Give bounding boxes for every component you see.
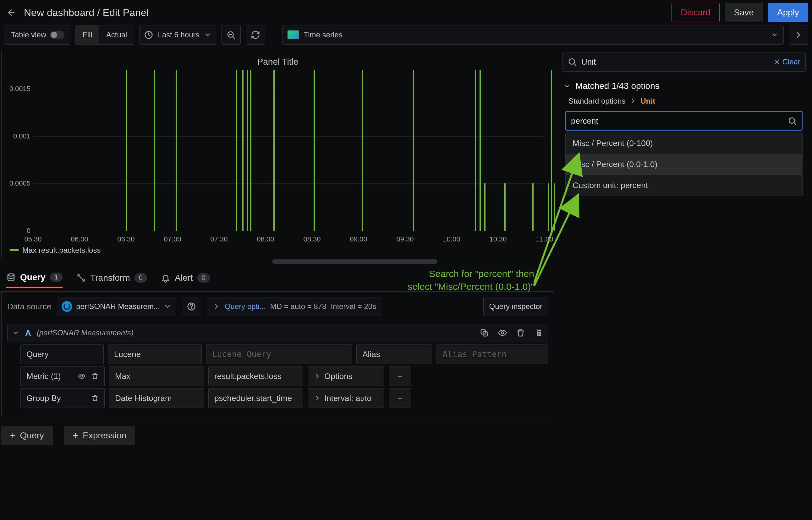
add-query-button[interactable]: +Query (1, 426, 53, 445)
metric-label-text: Metric (1) (26, 371, 61, 381)
fill-option[interactable]: Fill (76, 25, 99, 44)
apply-button[interactable]: Apply (768, 3, 808, 22)
groupby-field-select[interactable]: pscheduler.start_time (208, 388, 303, 408)
query-options-toggle[interactable]: Query opti... MD = auto = 878 Interval =… (207, 297, 382, 316)
lucene-query-field[interactable] (212, 349, 346, 359)
refresh-button[interactable] (246, 25, 265, 45)
y-axis-labels: 00.00050.0010.0015 (5, 70, 33, 231)
options-search-input[interactable] (581, 57, 769, 67)
table-view-label: Table view (11, 30, 46, 39)
unit-option-custom[interactable]: Custom unit: percent (566, 175, 802, 196)
unit-option-percent-0-100[interactable]: Misc / Percent (0-100) (566, 133, 802, 154)
groupby-agg-select[interactable]: Date Histogram (109, 388, 204, 408)
matched-count: Matched 1/43 options (575, 81, 660, 91)
chart-plot-area[interactable] (33, 70, 545, 231)
svg-point-2 (8, 274, 14, 276)
add-expression-button[interactable]: +Expression (64, 426, 135, 445)
query-inspector-button[interactable]: Query inspector (483, 297, 548, 316)
chevron-down-icon (164, 303, 171, 310)
alias-field[interactable] (442, 349, 542, 359)
svg-point-7 (501, 332, 504, 334)
options-search[interactable]: Clear (562, 52, 806, 72)
visualization-picker[interactable]: Time series (282, 25, 784, 45)
tab-alert-label: Alert (175, 273, 193, 283)
arrow-left-icon (7, 8, 16, 17)
metric-agg-select[interactable]: Max (109, 366, 204, 386)
horizontal-scrollbar[interactable] (2, 259, 553, 264)
breadcrumb-group: Standard options (568, 97, 625, 105)
metric-options-toggle[interactable]: Options (307, 366, 384, 386)
panel-preview: Panel Title 00.00050.0010.0015 05:3006:0… (1, 51, 554, 258)
data-source-select[interactable]: perfSONAR Measurem... (57, 297, 176, 316)
query-ds-name: (perfSONAR Measurements) (37, 329, 133, 337)
query-field-label: Query (20, 344, 104, 364)
chevron-right-icon (213, 303, 220, 310)
eye-icon[interactable] (78, 372, 85, 380)
tab-alert[interactable]: Alert 0 (161, 273, 210, 287)
alias-input[interactable] (437, 344, 548, 364)
back-button[interactable] (4, 5, 19, 20)
data-source-name: perfSONAR Measurem... (76, 302, 160, 311)
actual-option[interactable]: Actual (99, 25, 134, 44)
transform-icon (76, 273, 86, 283)
trash-icon[interactable] (91, 372, 99, 380)
svg-point-4 (191, 308, 192, 309)
chevron-right-icon (629, 97, 637, 105)
svg-point-13 (540, 335, 541, 336)
time-range-picker[interactable]: Last 6 hours (139, 25, 216, 45)
clear-search-button[interactable]: Clear (773, 57, 801, 66)
metric-field-select[interactable]: result.packets.loss (208, 366, 303, 386)
panel-title: Panel Title (2, 51, 554, 73)
query-letter: A (25, 328, 31, 338)
tab-query[interactable]: Query 1 (6, 272, 63, 288)
expand-viz-button[interactable] (789, 25, 808, 45)
svg-point-11 (540, 332, 541, 334)
trash-icon[interactable] (516, 328, 525, 338)
table-view-toggle[interactable]: Table view (4, 25, 70, 45)
chevron-down-icon (12, 329, 20, 337)
tab-transform-label: Transform (90, 273, 130, 283)
metric-add-button[interactable]: + (389, 366, 411, 386)
query-type-select[interactable]: Lucene (108, 344, 202, 364)
zoom-out-button[interactable] (221, 25, 241, 45)
drag-handle-icon[interactable] (534, 328, 544, 338)
matched-section-header[interactable]: Matched 1/43 options (556, 75, 812, 97)
bell-icon (161, 273, 170, 283)
unit-dropdown: Misc / Percent (0-100) Misc / Percent (0… (565, 132, 803, 196)
tab-transform-count: 0 (134, 273, 147, 283)
save-button[interactable]: Save (724, 3, 763, 22)
chevron-right-icon (314, 394, 321, 402)
option-breadcrumb[interactable]: Standard options Unit (556, 97, 812, 109)
groupby-interval-toggle[interactable]: Interval: auto (307, 388, 384, 408)
alias-label: Alias (356, 344, 432, 364)
eye-icon[interactable] (498, 328, 507, 338)
tab-query-count: 1 (50, 272, 63, 282)
data-source-help-button[interactable] (182, 297, 201, 316)
query-row-header[interactable]: A (perfSONAR Measurements) (7, 324, 548, 342)
refresh-icon (251, 30, 260, 40)
unit-search-value: percent (571, 116, 598, 126)
x-axis-labels: 05:3006:0006:3007:0007:3008:0008:3009:00… (33, 235, 545, 244)
annotation-text: Search for "percent" then select "Misc/P… (239, 267, 534, 293)
legend-label: Max result.packets.loss (22, 246, 101, 255)
groupby-add-button[interactable]: + (389, 388, 411, 408)
unit-option-percent-0-1[interactable]: Misc / Percent (0.0-1.0) (566, 154, 802, 175)
trash-icon[interactable] (91, 394, 99, 402)
query-options-interval: Interval = 20s (330, 302, 376, 311)
page-title: New dashboard / Edit Panel (24, 7, 149, 19)
unit-search-input[interactable]: percent (565, 111, 803, 131)
x-icon (773, 58, 781, 66)
svg-point-8 (537, 330, 538, 331)
svg-point-15 (569, 59, 575, 64)
lucene-query-input[interactable] (206, 344, 352, 364)
tab-query-label: Query (20, 272, 46, 282)
chart-legend[interactable]: Max result.packets.loss (10, 246, 101, 255)
metric-label: Metric (1) (20, 366, 105, 386)
discard-button[interactable]: Discard (671, 3, 720, 22)
chevron-down-icon (204, 31, 212, 38)
question-icon (187, 302, 196, 311)
database-icon (6, 272, 16, 282)
tab-transform[interactable]: Transform 0 (76, 273, 147, 287)
copy-icon[interactable] (479, 328, 489, 338)
chevron-down-icon (771, 31, 778, 38)
